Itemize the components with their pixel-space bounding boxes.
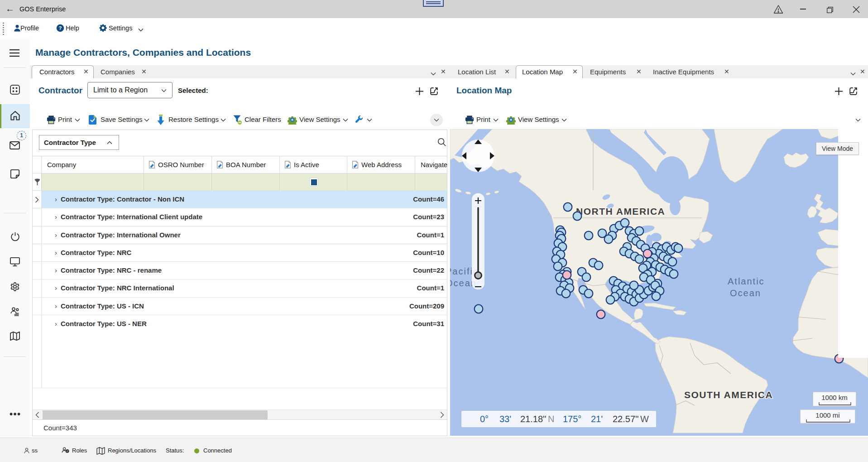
svg-text:NORTH AMERICA: NORTH AMERICA <box>576 206 665 217</box>
svg-text:SOUTH AMERICA: SOUTH AMERICA <box>684 390 773 400</box>
svg-text:Ocean: Ocean <box>730 288 761 298</box>
svg-text:Atlantic: Atlantic <box>728 276 765 286</box>
svg-text:?: ? <box>59 25 62 31</box>
